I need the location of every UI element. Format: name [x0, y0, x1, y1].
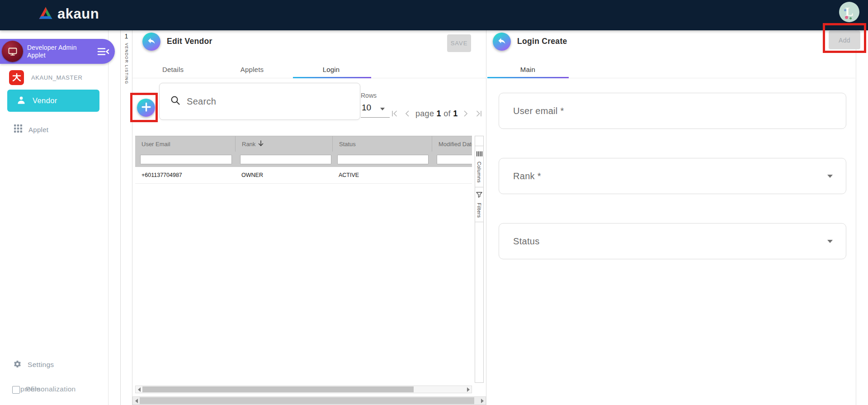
- person-icon: [17, 95, 26, 106]
- columns-icon: [476, 150, 482, 158]
- edit-vendor-panel: Edit Vendor SAVE Details Applets Login: [132, 30, 486, 405]
- pagination: page 1 of 1: [389, 106, 484, 121]
- sidebar-item-personalization[interactable]: Personalization profile: [0, 385, 108, 395]
- first-page-button[interactable]: [389, 109, 399, 119]
- filter-input-user-email[interactable]: [140, 155, 232, 164]
- sidebar-item-label: Applet: [28, 126, 48, 133]
- page-title: Login Create: [517, 37, 567, 46]
- columns-label: Columns: [476, 162, 482, 183]
- login-create-panel: Login Create Add Main User email * Rank …: [486, 30, 868, 405]
- search-box: [159, 83, 360, 120]
- akaun-triangle-icon: [38, 6, 53, 22]
- sidebar-item-label: AKAUN_MASTER: [31, 74, 82, 81]
- column-header-status[interactable]: Status: [332, 136, 432, 152]
- scroll-left-arrow[interactable]: [133, 397, 140, 405]
- tab-applets[interactable]: Applets: [212, 57, 292, 84]
- tab-details[interactable]: Details: [133, 57, 212, 84]
- plus-icon: [142, 102, 151, 114]
- back-arrow-icon: [497, 36, 506, 47]
- add-login-button[interactable]: [137, 99, 155, 117]
- filters-label: Filters: [476, 203, 482, 218]
- scrollbar-thumb[interactable]: [140, 397, 474, 404]
- scroll-left-arrow[interactable]: [136, 386, 142, 393]
- filter-input-rank[interactable]: [240, 155, 331, 164]
- edit-vendor-tabs: Details Applets Login: [133, 57, 371, 84]
- rows-label: Rows: [361, 92, 377, 99]
- table-horizontal-scrollbar[interactable]: [135, 386, 472, 393]
- save-button[interactable]: SAVE: [447, 34, 471, 52]
- panel-horizontal-scrollbar[interactable]: [132, 396, 486, 405]
- rank-select-field[interactable]: Rank *: [499, 158, 846, 194]
- cell-user-email: +601137704987: [135, 172, 235, 178]
- sort-descending-icon: [258, 140, 264, 148]
- column-header-rank[interactable]: Rank: [235, 136, 332, 152]
- page-indicator: page 1 of 1: [415, 109, 458, 119]
- active-tab-indicator: [487, 77, 569, 78]
- listing-index: 1: [121, 33, 132, 40]
- collapse-sidebar-icon[interactable]: [97, 47, 109, 56]
- active-tab-indicator: [293, 77, 371, 78]
- scrollbar-thumb[interactable]: [142, 386, 414, 392]
- sidebar-item-vendor[interactable]: Vendor: [7, 90, 99, 112]
- field-label: Rank *: [513, 171, 541, 181]
- column-header-user-email[interactable]: User Email: [135, 136, 235, 152]
- column-header-modified-date[interactable]: Modified Date: [432, 136, 472, 152]
- akaun-master-icon: [9, 70, 24, 85]
- add-button[interactable]: Add: [829, 31, 860, 49]
- table-header-row: User Email Rank Status Modified Date: [135, 136, 472, 152]
- field-label: Status: [513, 236, 540, 247]
- listing-label: VENDOR LISTING: [124, 43, 129, 84]
- tab-main[interactable]: Main: [488, 57, 567, 84]
- rows-per-page-value: 10: [362, 103, 371, 113]
- tab-login[interactable]: Login: [292, 57, 371, 84]
- topbar: akaun L: [0, 0, 868, 30]
- cell-rank: OWNER: [235, 172, 332, 178]
- sidebar: Developer Admin Applet AKAUN_MASTER: [0, 30, 108, 405]
- brand-name: akaun: [57, 6, 99, 22]
- avatar-flower-decoration: [845, 16, 848, 19]
- app-root: akaun L Developer Admin Applet: [0, 0, 868, 405]
- sidebar-item-settings[interactable]: Settings: [0, 358, 108, 372]
- field-label: User email *: [513, 106, 564, 116]
- chevron-down-icon: [827, 240, 833, 243]
- login-table: User Email Rank Status Modified Date: [135, 136, 472, 184]
- table-side-tools: Columns Filters: [475, 136, 484, 383]
- next-page-button[interactable]: [461, 109, 471, 119]
- sidebar-item-applet[interactable]: Applet: [0, 122, 108, 137]
- scroll-right-arrow[interactable]: [479, 397, 486, 405]
- avatar-flower-decoration: [849, 17, 852, 19]
- scroll-corner: [475, 136, 483, 146]
- chevron-down-icon: [380, 108, 385, 110]
- panel-edge-divider: [856, 30, 856, 405]
- filter-input-modified-date[interactable]: [437, 155, 472, 164]
- status-select-field[interactable]: Status: [499, 223, 846, 259]
- back-button[interactable]: [142, 33, 160, 51]
- table-filter-row: [135, 152, 472, 167]
- user-email-field[interactable]: User email *: [499, 93, 846, 129]
- avatar-flower-decoration: [844, 9, 846, 11]
- previous-page-button[interactable]: [402, 109, 412, 119]
- profile-checkbox[interactable]: [12, 386, 20, 394]
- back-button[interactable]: [493, 33, 511, 51]
- profile-label: profile: [20, 385, 40, 393]
- table-row[interactable]: +601137704987 OWNER ACTIVE: [135, 167, 472, 184]
- gear-icon: [13, 360, 22, 370]
- sidebar-item-akaun-master[interactable]: AKAUN_MASTER: [0, 69, 108, 86]
- last-page-button[interactable]: [474, 109, 484, 119]
- total-pages: 1: [453, 109, 458, 118]
- filters-tool-button[interactable]: Filters: [475, 187, 483, 222]
- vendor-listing-strip[interactable]: 1 VENDOR LISTING: [120, 30, 132, 405]
- applet-header[interactable]: Developer Admin Applet: [0, 39, 115, 64]
- search-input[interactable]: [186, 96, 337, 107]
- filter-funnel-icon: [476, 191, 482, 200]
- brand-logo: akaun: [38, 6, 99, 22]
- user-avatar[interactable]: L: [839, 2, 859, 22]
- applet-title: Developer Admin Applet: [27, 44, 94, 59]
- rows-per-page-select[interactable]: 10: [361, 101, 390, 118]
- search-icon: [170, 95, 180, 107]
- scroll-right-arrow[interactable]: [465, 386, 472, 393]
- applet-monitor-icon: [2, 41, 23, 62]
- page-title: Edit Vendor: [167, 37, 212, 46]
- columns-tool-button[interactable]: Columns: [475, 146, 483, 187]
- filter-input-status[interactable]: [337, 155, 429, 164]
